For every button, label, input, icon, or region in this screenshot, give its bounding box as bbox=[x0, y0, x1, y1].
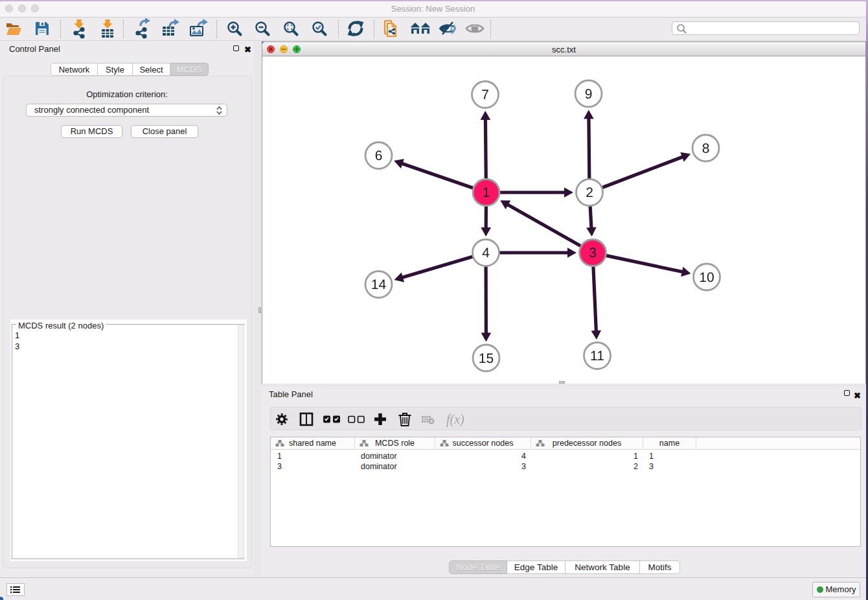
svg-text:11: 11 bbox=[590, 349, 604, 363]
svg-text:8: 8 bbox=[702, 141, 710, 156]
svg-text:4: 4 bbox=[482, 246, 490, 260]
svg-text:2: 2 bbox=[586, 185, 593, 200]
svg-text:7: 7 bbox=[481, 87, 489, 102]
svg-text:1: 1 bbox=[483, 185, 490, 200]
svg-text:15: 15 bbox=[479, 351, 494, 366]
svg-text:6: 6 bbox=[375, 148, 383, 163]
svg-text:9: 9 bbox=[585, 87, 593, 102]
svg-text:10: 10 bbox=[699, 270, 714, 285]
svg-text:f(x): f(x) bbox=[446, 412, 464, 427]
svg-text:14: 14 bbox=[371, 277, 387, 292]
svg-text:3: 3 bbox=[589, 246, 597, 260]
